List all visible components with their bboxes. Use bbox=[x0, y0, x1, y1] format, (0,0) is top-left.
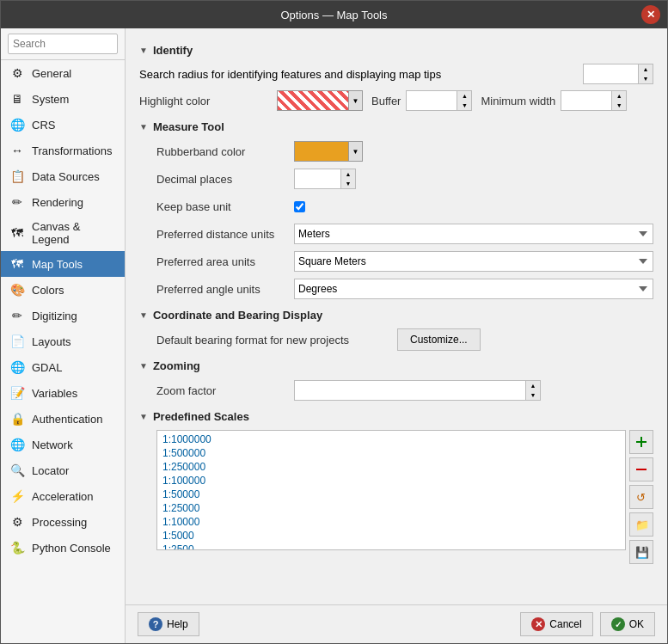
pref-area-select[interactable]: Square Meters Square Kilometers Hectares bbox=[294, 251, 653, 272]
processing-icon: ⚙ bbox=[9, 514, 25, 530]
pref-distance-label: Preferred distance units bbox=[156, 228, 294, 241]
pref-angle-label: Preferred angle units bbox=[156, 283, 294, 296]
sidebar-item-map-tools[interactable]: 🗺 Map Tools bbox=[1, 251, 125, 277]
keep-base-unit-row: Keep base unit bbox=[139, 195, 653, 218]
acceleration-icon: ⚡ bbox=[9, 488, 25, 504]
scale-item[interactable]: 1:5000 bbox=[159, 529, 623, 543]
sidebar-item-transformations[interactable]: ↔ Transformations bbox=[1, 138, 125, 163]
buffer-spinner-buttons: ▲ ▼ bbox=[457, 90, 472, 111]
zoom-factor-up[interactable]: ▲ bbox=[526, 381, 540, 390]
sidebar-item-acceleration[interactable]: ⚡ Acceleration bbox=[1, 483, 125, 509]
search-radius-down[interactable]: ▼ bbox=[639, 74, 653, 83]
sidebar-item-rendering[interactable]: ✏ Rendering bbox=[1, 189, 125, 215]
sidebar-item-network[interactable]: 🌐 Network bbox=[1, 432, 125, 457]
sidebar-label-network: Network bbox=[32, 439, 73, 451]
rubberband-color-preview bbox=[295, 142, 348, 161]
sidebar-item-crs[interactable]: 🌐 CRS bbox=[1, 112, 125, 138]
scale-item[interactable]: 1:2500 bbox=[159, 543, 623, 550]
scale-item[interactable]: 1:500000 bbox=[159, 446, 623, 460]
highlight-color-button[interactable]: ▼ bbox=[277, 90, 363, 111]
sidebar-item-colors[interactable]: 🎨 Colors bbox=[1, 277, 125, 303]
cancel-button[interactable]: ✕ Cancel bbox=[520, 612, 592, 636]
undo-scale-button[interactable]: ↺ bbox=[629, 485, 653, 509]
sidebar-item-data-sources[interactable]: 📋 Data Sources bbox=[1, 163, 125, 189]
sidebar-label-data-sources: Data Sources bbox=[32, 170, 100, 183]
sidebar-label-map-tools: Map Tools bbox=[32, 258, 83, 271]
search-input[interactable] bbox=[8, 34, 118, 54]
svg-rect-2 bbox=[636, 469, 647, 470]
zoom-factor-down[interactable]: ▼ bbox=[526, 390, 540, 400]
rubberband-color-dropdown[interactable]: ▼ bbox=[348, 142, 362, 161]
general-icon: ⚙ bbox=[9, 65, 25, 81]
decimal-places-input[interactable]: 3 bbox=[294, 169, 341, 189]
sidebar-item-system[interactable]: 🖥 System bbox=[1, 86, 125, 112]
decimal-places-spinner-buttons: ▲ ▼ bbox=[341, 169, 356, 189]
scales-list[interactable]: 1:1000000 1:500000 1:250000 1:100000 1:5… bbox=[156, 430, 626, 550]
sidebar-item-canvas-legend[interactable]: 🗺 Canvas & Legend bbox=[1, 215, 125, 251]
sidebar-list: ⚙ General 🖥 System 🌐 CRS ↔ Transformatio… bbox=[1, 60, 125, 643]
sidebar-item-variables[interactable]: 📝 Variables bbox=[1, 380, 125, 406]
sidebar-label-crs: CRS bbox=[32, 119, 55, 132]
sidebar-item-processing[interactable]: ⚙ Processing bbox=[1, 509, 125, 535]
scale-item[interactable]: 1:10000 bbox=[159, 515, 623, 529]
add-scale-button[interactable] bbox=[629, 430, 653, 454]
network-icon: 🌐 bbox=[9, 437, 25, 452]
sidebar-item-gdal[interactable]: 🌐 GDAL bbox=[1, 354, 125, 380]
sidebar-item-python-console[interactable]: 🐍 Python Console bbox=[1, 535, 125, 561]
gdal-icon: 🌐 bbox=[9, 359, 25, 375]
svg-text:💾: 💾 bbox=[635, 545, 648, 559]
crs-icon: 🌐 bbox=[9, 117, 25, 132]
min-width-down[interactable]: ▼ bbox=[612, 101, 626, 110]
customize-button[interactable]: Customize... bbox=[397, 328, 481, 351]
min-width-up[interactable]: ▲ bbox=[612, 91, 626, 101]
ok-button[interactable]: ✓ OK bbox=[600, 612, 655, 636]
search-radius-label: Search radius for identifying features a… bbox=[139, 68, 578, 81]
buffer-input[interactable]: 0,50 mm bbox=[406, 90, 457, 111]
save-scales-button[interactable]: 💾 bbox=[629, 540, 653, 564]
highlight-color-dropdown[interactable]: ▼ bbox=[348, 91, 362, 110]
min-width-spinner-buttons: ▲ ▼ bbox=[612, 90, 627, 111]
cancel-icon: ✕ bbox=[531, 617, 545, 631]
scale-item[interactable]: 1:50000 bbox=[159, 488, 623, 501]
buffer-up[interactable]: ▲ bbox=[457, 91, 471, 101]
pref-distance-select[interactable]: Meters Kilometers Feet Miles bbox=[294, 224, 653, 244]
sidebar-item-general[interactable]: ⚙ General bbox=[1, 60, 125, 86]
footer-right: ✕ Cancel ✓ OK bbox=[520, 612, 655, 636]
identify-section: ▼ Identify Search radius for identifying… bbox=[139, 44, 653, 112]
sidebar-item-digitizing[interactable]: ✏ Digitizing bbox=[1, 303, 125, 328]
scale-item[interactable]: 1:25000 bbox=[159, 501, 623, 515]
close-button[interactable]: ✕ bbox=[641, 5, 660, 24]
sidebar-label-authentication: Authentication bbox=[32, 413, 102, 426]
zooming-section-header: ▼ Zooming bbox=[139, 359, 653, 372]
zoom-factor-input[interactable]: 200% bbox=[294, 380, 526, 401]
highlight-color-row: Highlight color ▼ Buffer 0,50 mm ▲ ▼ bbox=[139, 89, 653, 112]
pref-angle-select[interactable]: Degrees Radians Gon/Gradians bbox=[294, 279, 653, 299]
keep-base-unit-checkbox[interactable] bbox=[294, 201, 305, 212]
sidebar-item-layouts[interactable]: 📄 Layouts bbox=[1, 328, 125, 354]
digitizing-icon: ✏ bbox=[9, 308, 25, 323]
window-title: Options — Map Tools bbox=[280, 9, 387, 21]
titlebar: Options — Map Tools ✕ bbox=[1, 1, 667, 28]
search-radius-up[interactable]: ▲ bbox=[639, 64, 653, 74]
python-console-icon: 🐍 bbox=[9, 540, 25, 555]
scale-item[interactable]: 1:100000 bbox=[159, 474, 623, 488]
buffer-spinbox: 0,50 mm ▲ ▼ bbox=[406, 90, 472, 111]
coordinate-bearing-arrow: ▼ bbox=[139, 310, 148, 320]
main-window: Options — Map Tools ✕ ⚙ General 🖥 System… bbox=[0, 0, 668, 644]
sidebar-item-authentication[interactable]: 🔒 Authentication bbox=[1, 406, 125, 432]
load-scales-button[interactable]: 📁 bbox=[629, 512, 653, 537]
buffer-down[interactable]: ▼ bbox=[457, 101, 471, 110]
rubberband-color-button[interactable]: ▼ bbox=[294, 141, 363, 162]
decimal-places-down[interactable]: ▼ bbox=[341, 179, 355, 188]
svg-text:📁: 📁 bbox=[635, 518, 648, 531]
scale-item[interactable]: 1:250000 bbox=[159, 460, 623, 474]
help-icon: ? bbox=[149, 617, 162, 631]
identify-arrow: ▼ bbox=[139, 46, 148, 55]
search-radius-input[interactable]: 2,00 mm bbox=[583, 64, 639, 84]
help-button[interactable]: ? Help bbox=[138, 612, 199, 636]
remove-scale-button[interactable] bbox=[629, 457, 653, 481]
min-width-input[interactable]: 1,00 mm bbox=[561, 90, 612, 111]
decimal-places-up[interactable]: ▲ bbox=[341, 169, 355, 179]
sidebar-item-locator[interactable]: 🔍 Locator bbox=[1, 457, 125, 483]
scale-item[interactable]: 1:1000000 bbox=[159, 432, 623, 446]
